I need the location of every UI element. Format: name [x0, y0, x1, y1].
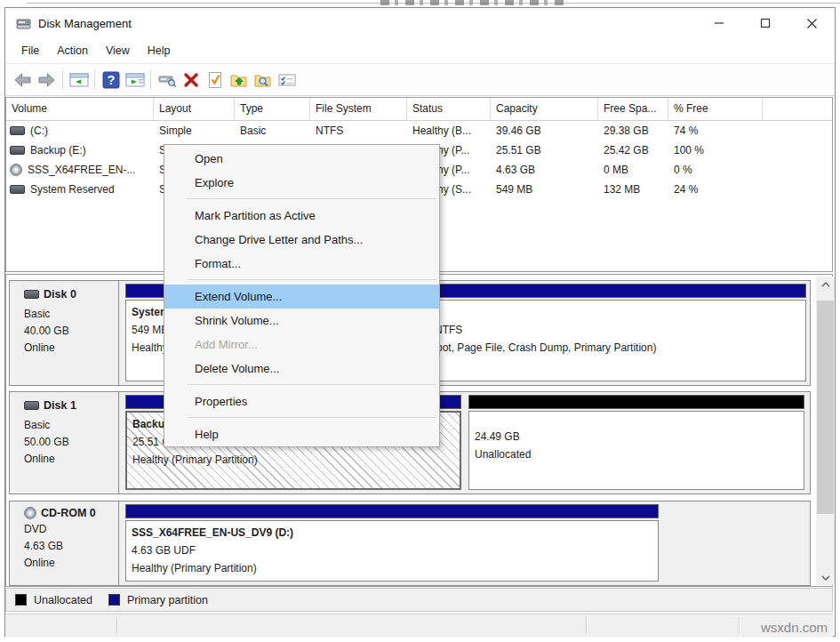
- disk-size: 40.00 GB: [24, 323, 118, 340]
- help-icon[interactable]: ?: [99, 68, 123, 92]
- menu-separator: [164, 195, 439, 204]
- legend-unallocated: Unallocated: [15, 594, 92, 606]
- cell-status: Healthy (B...: [407, 124, 491, 137]
- screenshot-root: Disk Management FileActionViewHelp: [0, 0, 840, 642]
- drive-icon: [10, 146, 25, 155]
- disk-status: Online: [24, 451, 118, 468]
- partition-status: Unallocated: [475, 445, 804, 463]
- column-header-type[interactable]: Type: [235, 98, 310, 120]
- disk-type: Basic: [24, 306, 118, 323]
- partition-status: Healthy (Primary Partition): [132, 559, 658, 577]
- title-bar: Disk Management: [5, 8, 835, 38]
- menu-action[interactable]: Action: [48, 41, 97, 60]
- column-filler: [763, 98, 832, 120]
- menu-item-delete-volume[interactable]: Delete Volume...: [164, 357, 439, 381]
- cropped-text-artifact: [380, 0, 567, 5]
- show-action-pane-icon[interactable]: [123, 68, 147, 92]
- legend-label: Unallocated: [34, 594, 92, 606]
- disk-1-info[interactable]: Disk 1 Basic 50.00 GB Online: [10, 392, 119, 494]
- partition-unallocated[interactable]: 24.49 GB Unallocated: [467, 392, 806, 494]
- back-arrow-icon[interactable]: [11, 68, 35, 92]
- validate-document-icon[interactable]: [203, 68, 227, 92]
- menu-separator: [164, 413, 439, 422]
- menu-item-extend-volume[interactable]: Extend Volume...: [164, 285, 439, 309]
- menu-item-explore[interactable]: Explore: [164, 171, 439, 195]
- menu-separator: [164, 276, 439, 285]
- disk-status: Online: [24, 340, 118, 357]
- disk-management-app-icon: [16, 16, 31, 31]
- cd-icon: [10, 164, 22, 176]
- cell-free_space: 0 MB: [598, 164, 668, 176]
- column-header-status[interactable]: Status: [407, 98, 491, 120]
- cell-layout: Simple: [154, 124, 235, 137]
- partition-dvd-d[interactable]: SSS_X64FREE_EN-US_DV9 (D:) 4.63 GB UDF H…: [124, 502, 660, 585]
- menu-separator: [164, 381, 439, 389]
- delete-x-icon[interactable]: [179, 68, 203, 92]
- disk-status: Online: [24, 555, 118, 572]
- connect-computer-icon[interactable]: [155, 68, 179, 92]
- close-button[interactable]: [788, 8, 835, 38]
- disk-name: Disk 1: [44, 399, 76, 412]
- legend-label: Primary partition: [127, 594, 208, 606]
- status-bar: wsxdn.com: [5, 614, 833, 637]
- cdrom-0-info[interactable]: CD-ROM 0 DVD 4.63 GB Online: [10, 502, 119, 585]
- volume-row-c[interactable]: (C:)SimpleBasicNTFSHealthy (B...39.46 GB…: [6, 121, 832, 140]
- cell-free_space: 29.38 GB: [598, 124, 668, 137]
- column-header-file-system[interactable]: File System: [310, 98, 407, 120]
- menu-item-mark-partition-as-active[interactable]: Mark Partition as Active: [164, 204, 439, 228]
- drive-icon: [10, 185, 25, 194]
- column-header-volume[interactable]: Volume: [6, 98, 154, 120]
- disk-icon: [24, 401, 39, 410]
- menu-bar: FileActionViewHelp: [5, 38, 835, 63]
- menu-item-shrink-volume[interactable]: Shrink Volume...: [164, 309, 439, 333]
- watermark-text: wsxdn.com: [761, 620, 828, 635]
- column-header-layout[interactable]: Layout: [154, 98, 235, 120]
- disk-0-info[interactable]: Disk 0 Basic 40.00 GB Online: [10, 281, 119, 385]
- maximize-button[interactable]: [742, 8, 788, 38]
- menu-item-format[interactable]: Format...: [164, 252, 439, 276]
- disk-name: Disk 0: [44, 288, 76, 301]
- volume-list-header: VolumeLayoutTypeFile SystemStatusCapacit…: [6, 98, 832, 121]
- legend-swatch: [108, 594, 120, 606]
- show-console-tree-icon[interactable]: [67, 68, 91, 92]
- legend-primary-partition: Primary partition: [108, 594, 208, 606]
- menu-view[interactable]: View: [97, 41, 139, 60]
- column-header-free[interactable]: % Free: [668, 98, 763, 120]
- cell-volume: SSS_X64FREE_EN-...: [6, 164, 154, 176]
- cell-pct_free: 24 %: [668, 183, 763, 196]
- search-folder-icon[interactable]: [251, 68, 275, 92]
- scrollbar-thumb[interactable]: [817, 301, 834, 514]
- menu-help[interactable]: Help: [139, 41, 180, 60]
- toolbar: ?: [5, 63, 835, 96]
- export-folder-icon[interactable]: [227, 68, 251, 92]
- cell-pct_free: 0 %: [668, 164, 763, 176]
- window-title: Disk Management: [38, 17, 132, 30]
- scroll-up-icon[interactable]: [816, 277, 835, 292]
- menu-item-open[interactable]: Open: [164, 147, 439, 171]
- column-header-free-spa[interactable]: Free Spa...: [598, 98, 668, 120]
- menu-item-change-drive-letter-and-paths[interactable]: Change Drive Letter and Paths...: [164, 228, 439, 252]
- forward-arrow-icon[interactable]: [35, 68, 59, 92]
- statusbar-divider: [116, 617, 117, 634]
- vertical-scrollbar[interactable]: [816, 277, 835, 585]
- cell-capacity: 25.51 GB: [491, 144, 598, 156]
- minimize-button[interactable]: [696, 8, 742, 38]
- menu-item-help[interactable]: Help: [164, 422, 439, 446]
- menu-file[interactable]: File: [12, 41, 48, 60]
- column-header-capacity[interactable]: Capacity: [491, 98, 598, 120]
- menu-item-properties[interactable]: Properties: [164, 389, 439, 413]
- cd-icon: [24, 507, 36, 519]
- toolbar-separator: [150, 70, 151, 90]
- cell-volume: (C:): [6, 124, 154, 137]
- disk-size: 50.00 GB: [24, 434, 118, 451]
- partition-c-drive[interactable]: (C:) 39.46 GB NTFS Healthy (Boot, Page F…: [379, 281, 808, 385]
- primary-partition-strip: [125, 504, 659, 518]
- cell-free_space: 25.42 GB: [598, 144, 668, 156]
- task-list-icon[interactable]: [275, 68, 299, 92]
- statusbar-divider: [586, 617, 587, 634]
- disk-size: 4.63 GB: [24, 538, 118, 555]
- cdrom-0-row: CD-ROM 0 DVD 4.63 GB Online SSS_X64FREE_…: [9, 501, 811, 586]
- scroll-down-icon[interactable]: [816, 570, 835, 585]
- cell-capacity: 39.46 GB: [491, 124, 598, 137]
- partition-size: 4.63 GB UDF: [132, 542, 658, 559]
